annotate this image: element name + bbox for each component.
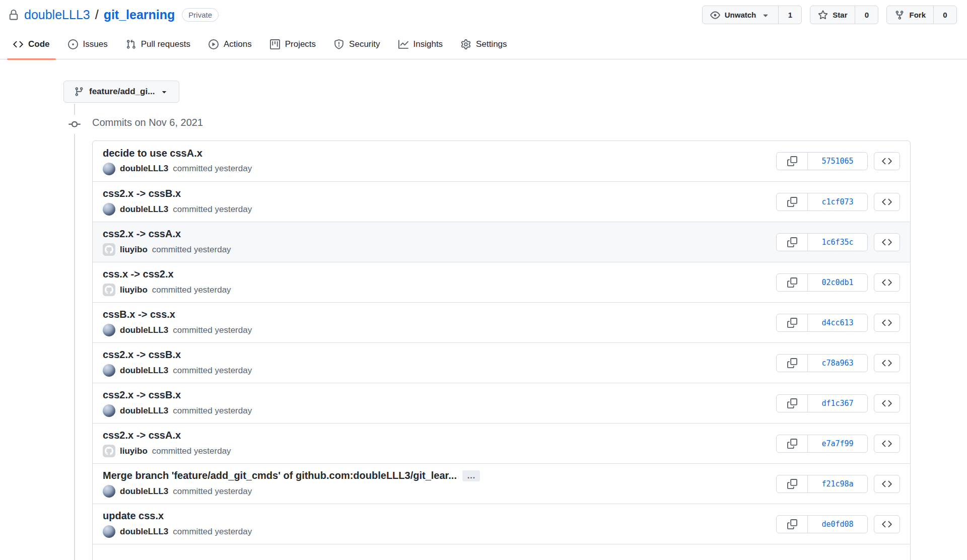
sha-button-group: 1c6f35c xyxy=(776,233,868,251)
commit-sha-link[interactable]: f21c98a xyxy=(808,475,867,493)
watchers-count[interactable]: 1 xyxy=(778,6,801,24)
tab-pull-requests-label: Pull requests xyxy=(141,39,190,49)
repo-owner-link[interactable]: doubleLLL3 xyxy=(24,8,90,22)
commit-info: update css.x doubleLLL3 committed yester… xyxy=(103,510,252,538)
commit-author-link[interactable]: doubleLLL3 xyxy=(120,325,168,335)
sha-button-group: e7a7f99 xyxy=(776,435,868,453)
commit-meta: doubleLLL3 committed yesterday xyxy=(103,163,252,175)
branch-selector[interactable]: feature/add_gi... xyxy=(63,81,179,103)
default-avatar[interactable] xyxy=(103,445,115,457)
browse-code-button[interactable] xyxy=(874,475,900,493)
commit-row-partial xyxy=(93,544,910,560)
code-icon xyxy=(13,39,23,49)
code-icon xyxy=(882,439,892,449)
copy-sha-button[interactable] xyxy=(777,234,808,251)
tab-actions[interactable]: Actions xyxy=(201,29,259,59)
commit-sha-link[interactable]: 1c6f35c xyxy=(808,234,867,251)
default-avatar[interactable] xyxy=(103,243,115,256)
browse-code-button[interactable] xyxy=(874,394,900,412)
commit-sha-link[interactable]: 5751065 xyxy=(808,153,867,170)
default-avatar[interactable] xyxy=(103,284,115,296)
repo-name-link[interactable]: git_learning xyxy=(104,8,175,22)
copy-sha-button[interactable] xyxy=(777,516,808,533)
commit-author-link[interactable]: doubleLLL3 xyxy=(120,486,168,497)
browse-code-button[interactable] xyxy=(874,233,900,251)
commit-author-link[interactable]: doubleLLL3 xyxy=(120,527,168,537)
fork-button[interactable]: Fork xyxy=(887,6,933,24)
commit-info: css2.x -> cssB.x doubleLLL3 committed ye… xyxy=(103,349,252,377)
commit-sha-link[interactable]: d4cc613 xyxy=(808,314,867,331)
unwatch-button[interactable]: Unwatch xyxy=(703,6,779,24)
commit-title-link[interactable]: css2.x -> cssB.x xyxy=(103,349,181,361)
commit-action-text: committed yesterday xyxy=(173,325,252,335)
browse-code-button[interactable] xyxy=(874,515,900,533)
copy-sha-button[interactable] xyxy=(777,274,808,291)
commit-title-link[interactable]: cssB.x -> css.x xyxy=(103,309,175,320)
lock-icon xyxy=(8,10,19,21)
tab-pull-requests[interactable]: Pull requests xyxy=(119,29,197,59)
browse-code-button[interactable] xyxy=(874,435,900,453)
visibility-badge: Private xyxy=(182,8,219,22)
commit-title-link[interactable]: css.x -> css2.x xyxy=(103,268,174,280)
tab-settings[interactable]: Settings xyxy=(454,29,514,59)
avatar[interactable] xyxy=(103,525,115,538)
copy-sha-button[interactable] xyxy=(777,395,808,412)
tab-insights[interactable]: Insights xyxy=(391,29,450,59)
commit-sha-link[interactable]: de0fd08 xyxy=(808,516,867,533)
commit-title-link[interactable]: css2.x -> cssB.x xyxy=(103,188,181,199)
avatar[interactable] xyxy=(103,324,115,336)
commit-sha-link[interactable]: e7a7f99 xyxy=(808,435,867,452)
repo-nav: Code Issues Pull requests Actions Projec… xyxy=(0,29,967,59)
commit-author-link[interactable]: liuyibo xyxy=(120,446,148,456)
star-button[interactable]: Star xyxy=(810,6,855,24)
browse-code-button[interactable] xyxy=(874,152,900,170)
avatar[interactable] xyxy=(103,203,115,216)
copy-sha-button[interactable] xyxy=(777,435,808,452)
commit-title-link[interactable]: css2.x -> cssA.x xyxy=(103,430,181,441)
commit-info: css2.x -> cssA.x liuyibo committed yeste… xyxy=(103,430,231,457)
avatar[interactable] xyxy=(103,364,115,377)
copy-sha-button[interactable] xyxy=(777,314,808,331)
stargazers-count[interactable]: 0 xyxy=(855,6,878,24)
commit-title-link[interactable]: css2.x -> cssB.x xyxy=(103,389,181,401)
commit-author-link[interactable]: doubleLLL3 xyxy=(120,204,168,215)
commit-title-link[interactable]: Merge branch 'feature/add_git_cmds' of g… xyxy=(103,470,457,481)
tab-security[interactable]: Security xyxy=(327,29,387,59)
commit-info: css2.x -> cssB.x doubleLLL3 committed ye… xyxy=(103,188,252,216)
tab-settings-label: Settings xyxy=(476,39,507,49)
commit-info: css.x -> css2.x liuyibo committed yester… xyxy=(103,268,231,296)
commit-author-link[interactable]: doubleLLL3 xyxy=(120,406,168,416)
commit-author-link[interactable]: doubleLLL3 xyxy=(120,366,168,376)
browse-code-button[interactable] xyxy=(874,193,900,211)
watch-button-group: Unwatch 1 xyxy=(702,6,802,24)
commit-title-link[interactable]: decide to use cssA.x xyxy=(103,148,202,159)
copy-sha-button[interactable] xyxy=(777,153,808,170)
browse-code-button[interactable] xyxy=(874,273,900,292)
commit-title-link[interactable]: css2.x -> cssA.x xyxy=(103,228,181,240)
copy-sha-button[interactable] xyxy=(777,193,808,211)
tab-actions-label: Actions xyxy=(224,39,252,49)
avatar[interactable] xyxy=(103,163,115,175)
forks-count[interactable]: 0 xyxy=(933,6,956,24)
commit-sha-link[interactable]: df1c367 xyxy=(808,395,867,412)
commit-sha-link[interactable]: c1cf073 xyxy=(808,193,867,211)
avatar[interactable] xyxy=(103,404,115,417)
commit-author-link[interactable]: liuyibo xyxy=(120,285,148,295)
copy-sha-button[interactable] xyxy=(777,475,808,493)
commit-author-link[interactable]: liuyibo xyxy=(120,245,148,255)
tab-issues[interactable]: Issues xyxy=(61,29,115,59)
browse-code-button[interactable] xyxy=(874,354,900,372)
copy-sha-button[interactable] xyxy=(777,355,808,372)
tab-projects[interactable]: Projects xyxy=(263,29,323,59)
avatar[interactable] xyxy=(103,485,115,498)
commit-title-link[interactable]: update css.x xyxy=(103,510,164,522)
commit-message-expander[interactable]: … xyxy=(462,470,480,481)
commit-actions: c78a963 xyxy=(776,354,900,372)
tab-code[interactable]: Code xyxy=(6,29,57,59)
commit-sha-link[interactable]: 02c0db1 xyxy=(808,274,867,291)
commit-sha-link[interactable]: c78a963 xyxy=(808,355,867,372)
commit-author-link[interactable]: doubleLLL3 xyxy=(120,164,168,174)
browse-code-button[interactable] xyxy=(874,314,900,332)
commit-action-text: committed yesterday xyxy=(173,486,252,497)
commit-actions: df1c367 xyxy=(776,394,900,412)
